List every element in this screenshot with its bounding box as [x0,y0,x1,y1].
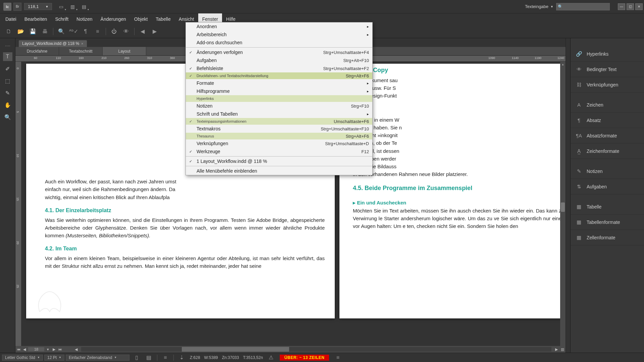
panel-hyperlinks[interactable]: 🔗Hyperlinks [571,46,644,62]
search-input[interactable]: 🔍 [556,3,610,10]
menu-item[interactable]: TextmakrosStrg+Umschalttaste+F10 [186,125,372,133]
menu-item[interactable]: Hyperlinks [186,95,372,102]
nav-back-icon[interactable]: ◀ [138,27,147,36]
view-tab-layout[interactable]: Layout [103,47,146,55]
panel-verknüpfungen[interactable]: ⛓Verknüpfungen [571,77,644,93]
panel-tabelle[interactable]: ▦Tabelle [571,199,644,215]
show-hidden-icon[interactable]: ¶ [81,27,90,36]
panel-notizen[interactable]: ✎Notizen [571,164,644,179]
minimize-button[interactable]: — [618,3,625,10]
leading-dropdown[interactable]: Einfacher Zeilenabstand▼ [66,355,129,361]
zoom-tool-icon[interactable]: 🔍 [3,113,12,121]
stats-menu-icon[interactable]: ≡ [161,353,170,362]
zoom-level-dropdown[interactable]: 118,1 ▼ [24,3,52,10]
panel-collapse-strip[interactable] [566,38,570,362]
menu-datei[interactable]: Datei [1,13,20,25]
panel-zellenformate[interactable]: ▦Zellenformate [571,230,644,245]
document-tab[interactable]: Layout_Workflow.indd @ 118 % × [19,40,87,47]
view-tab-druckfahne[interactable]: Druckfahne [15,47,59,55]
find-icon[interactable]: 🔍 [57,27,66,36]
screen-mode-icon[interactable]: ▭ [57,3,65,11]
menu-tabelle[interactable]: Tabelle [152,13,174,25]
position-tool-icon[interactable]: ⬚ [3,76,12,85]
type-tool-icon[interactable]: T [3,52,12,61]
maximize-button[interactable]: ◱ [627,3,634,10]
note-tool-icon[interactable]: ✐ [3,64,12,73]
new-icon[interactable]: 🗋 [4,27,13,36]
panel-zeichen[interactable]: AZeichen [571,97,644,113]
menu-item[interactable]: Arbeitsbereich [186,31,372,39]
hscroll-right-icon[interactable]: ▶ [553,347,559,352]
menu-item[interactable]: Add-ons durchsuchen [186,39,372,47]
last-page-icon[interactable]: ⏭ [57,347,63,351]
menu-item[interactable]: Formate [186,79,372,87]
menu-item[interactable]: ✓Druckfahnen- und Textabschnittsdarstell… [186,72,372,79]
menu-item[interactable]: Anordnen [186,22,372,31]
bridge-icon[interactable]: Br [13,3,21,11]
page-dropdown-icon[interactable]: ▾ [45,347,51,352]
panel-aufgaben[interactable]: ⇅Aufgaben [571,179,644,194]
power-icon[interactable]: ⏻ [109,27,119,36]
menu-item[interactable]: ✓WerkzeugeF12 [186,147,372,156]
panel-zeichenformate[interactable]: A̲Zeichenformate [571,143,644,159]
panel-icon: 🔗 [575,51,583,57]
panel-absatzformate[interactable]: ¶AAbsatzformate [571,128,644,143]
scrollbar-thumb[interactable] [182,347,289,352]
workspace-dropdown[interactable]: Texteingabe ▼ [525,4,553,9]
next-page-icon[interactable]: ▶ [51,347,57,352]
view-options-icon[interactable]: ▤ [79,3,88,11]
menu-item-label: Befehlsleiste [197,66,223,71]
menu-schrift[interactable]: Schrift [51,13,72,25]
menu-item[interactable]: ThesaurusStrg+Alt+F6 [186,133,372,139]
horizontal-scrollbar[interactable] [81,347,551,352]
panel-absatz[interactable]: ¶Absatz [571,113,644,128]
scroll-up-icon[interactable]: ▲ [560,62,566,67]
save-icon[interactable]: 💾 [28,27,38,36]
print-icon[interactable]: 🖶 [40,27,50,36]
menu-item[interactable]: NotizenStrg+F10 [186,102,372,110]
menu-item[interactable]: ✓TexteinpassungsinformationenUmschalttas… [186,118,372,125]
menu-item[interactable]: Hilfsprogramme [186,87,372,95]
close-tab-icon[interactable]: × [81,42,83,46]
spellcheck-icon[interactable]: ᴬᵇ✓ [69,27,78,36]
split-view-icon[interactable]: ▥ [559,347,566,352]
panel-icon: ⛓ [575,81,583,88]
check-icon: ✓ [189,50,192,55]
menu-notizen[interactable]: Notizen [72,13,96,25]
panel-grip[interactable] [3,46,13,48]
baseline-icon[interactable]: ▤ [144,353,154,362]
eyedropper-tool-icon[interactable]: ✎ [3,88,12,97]
menu-objekt[interactable]: Objekt [130,13,152,25]
preview-icon[interactable]: 👁 [121,27,131,36]
menu-lines-icon[interactable]: ≡ [93,27,102,36]
menu-item[interactable]: ✓BefehlsleisteStrg+Umschalttaste+F2 [186,64,372,72]
open-icon[interactable]: 📂 [16,27,25,36]
font-family-dropdown[interactable]: Letter Gothic Std▼ [2,355,43,361]
font-size-dropdown[interactable]: 12 Pt▼ [44,355,64,361]
body-text: n Symbol, ist dessen [353,147,560,155]
hscroll-left-icon[interactable]: ◀ [73,347,79,352]
columns-icon[interactable]: ▯ [132,353,142,362]
menu-item[interactable]: ✓1 Layout_Workflow.indd @ 118 % [186,157,372,165]
hand-tool-icon[interactable]: ✋ [3,101,12,109]
close-button[interactable]: ✕ [635,3,643,10]
page-number-field[interactable]: 18 [28,347,44,351]
menu-änderungen[interactable]: Änderungen [97,13,130,25]
vertical-scrollbar[interactable]: ▲ ▼ [560,62,566,362]
arrange-docs-icon[interactable]: ▥ [68,3,77,11]
overset-icon: ⚠ [266,353,276,362]
menu-item[interactable]: Alle Menübefehle einblenden [186,167,372,175]
menu-bearbeiten[interactable]: Bearbeiten [20,13,51,25]
prev-page-icon[interactable]: ◀ [21,347,28,352]
menu-item[interactable]: AufgabenStrg+Alt+F10 [186,56,372,64]
menu-item[interactable]: Schrift und Tabellen [186,110,372,118]
view-tab-textabschnitt[interactable]: Textabschnitt [59,47,103,55]
nav-forward-icon[interactable]: ▶ [150,27,159,36]
panel-tabellenformate[interactable]: ▦Tabellenformate [571,215,644,230]
menu-item[interactable]: ✓Änderungen verfolgenStrg+Umschalttaste+… [186,48,372,56]
status-menu-icon[interactable]: ≡ [333,353,342,362]
scrollbar-thumb[interactable] [561,202,565,212]
panel-bedingter-text[interactable]: 👁Bedingter Text [571,62,644,77]
menu-item[interactable]: VerknüpfungenStrg+Umschalttaste+D [186,139,372,147]
first-page-icon[interactable]: ⏮ [15,347,21,351]
